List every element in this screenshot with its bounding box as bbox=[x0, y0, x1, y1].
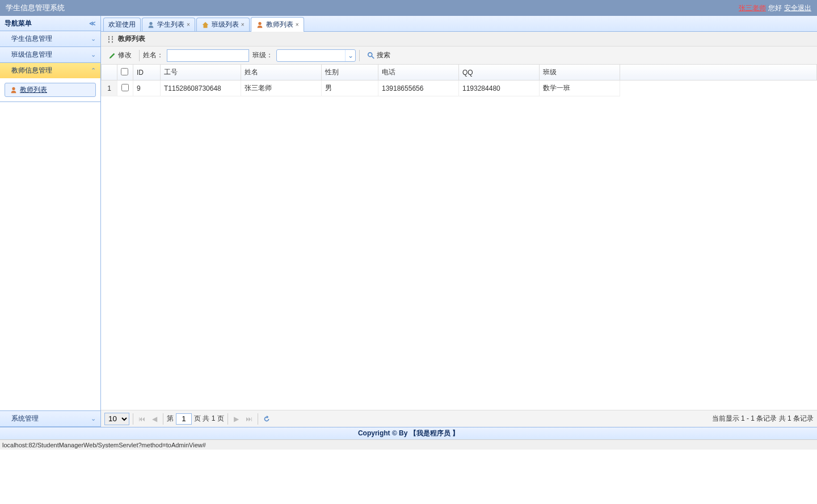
sidebar-header: 导航菜单 ≪ bbox=[0, 16, 100, 31]
first-page-button[interactable]: ⏮ bbox=[137, 414, 147, 424]
cell-sex: 男 bbox=[322, 81, 378, 96]
chevron-down-icon: ⌄ bbox=[91, 35, 96, 43]
next-page-button[interactable]: ▶ bbox=[231, 414, 242, 424]
svg-point-1 bbox=[149, 22, 152, 24]
search-button[interactable]: 搜索 bbox=[363, 48, 394, 62]
svg-line-4 bbox=[372, 56, 374, 58]
col-tel[interactable]: 电话 bbox=[378, 65, 459, 81]
collapse-icon[interactable]: ≪ bbox=[89, 20, 96, 27]
tab-label: 班级列表 bbox=[212, 20, 239, 29]
sidebar-group-teacher[interactable]: 教师信息管理 ⌃ 教师列表 bbox=[0, 63, 100, 102]
cell-tel: 13918655656 bbox=[378, 81, 459, 96]
header-right: 张三老师 您好 安全退出 bbox=[739, 3, 811, 13]
page-prefix: 第 bbox=[167, 414, 174, 423]
tab-welcome[interactable]: 欢迎使用 bbox=[103, 18, 141, 31]
col-spacer bbox=[620, 65, 817, 81]
status-url: localhost:82/StudentManagerWeb/SystemSer… bbox=[2, 442, 206, 448]
sidebar-group-label: 系统管理 bbox=[11, 414, 39, 423]
separator bbox=[163, 413, 163, 425]
col-qq[interactable]: QQ bbox=[459, 65, 540, 81]
close-icon[interactable]: × bbox=[241, 22, 245, 28]
tab-student-list[interactable]: 学生列表 × bbox=[142, 18, 195, 31]
col-sex[interactable]: 性别 bbox=[322, 65, 378, 81]
col-class[interactable]: 班级 bbox=[540, 65, 620, 81]
prev-page-button[interactable]: ◀ bbox=[149, 414, 159, 424]
col-sno[interactable]: 工号 bbox=[161, 65, 241, 81]
tabs-bar: 欢迎使用 学生列表 × 班级列表 × 教师列表 × bbox=[101, 16, 817, 32]
edit-button[interactable]: 修改 bbox=[104, 48, 136, 62]
table-container: ID 工号 姓名 性别 电话 QQ 班级 1 9 T bbox=[101, 65, 817, 410]
content: 欢迎使用 学生列表 × 班级列表 × 教师列表 × ⋮⋮ 教师列表 bbox=[101, 16, 817, 427]
edit-label: 修改 bbox=[118, 50, 132, 60]
refresh-button[interactable] bbox=[262, 414, 272, 424]
logout-link[interactable]: 安全退出 bbox=[784, 3, 811, 13]
chevron-down-icon[interactable]: ⌄ bbox=[345, 50, 355, 61]
cell-class: 数学一班 bbox=[540, 81, 620, 96]
close-icon[interactable]: × bbox=[187, 22, 190, 28]
col-check-all[interactable] bbox=[117, 65, 133, 81]
svg-point-3 bbox=[368, 52, 372, 56]
col-rownum bbox=[102, 65, 117, 81]
cell-check[interactable] bbox=[117, 81, 133, 96]
cell-name: 张三老师 bbox=[241, 81, 322, 96]
tab-teacher-list[interactable]: 教师列表 × bbox=[251, 17, 304, 32]
table-header-row: ID 工号 姓名 性别 电话 QQ 班级 bbox=[102, 65, 817, 81]
col-name[interactable]: 姓名 bbox=[241, 65, 322, 81]
chevron-down-icon: ⌄ bbox=[91, 415, 96, 422]
nav-link-teacher-list[interactable]: 教师列表 bbox=[5, 83, 96, 97]
chevron-up-icon: ⌃ bbox=[91, 67, 96, 74]
checkbox-row[interactable] bbox=[121, 84, 129, 91]
page-suffix: 页 共 1 页 bbox=[194, 414, 224, 423]
app-header: 学生信息管理系统 张三老师 您好 安全退出 bbox=[0, 0, 817, 16]
user-icon bbox=[147, 21, 155, 29]
close-icon[interactable]: × bbox=[296, 22, 299, 28]
page-info: 当前显示 1 - 1 条记录 共 1 条记录 bbox=[712, 414, 814, 423]
name-input[interactable] bbox=[167, 49, 249, 62]
panel-title-bar: ⋮⋮ 教师列表 bbox=[101, 32, 817, 46]
tab-label: 学生列表 bbox=[157, 20, 184, 29]
greeting: 您好 bbox=[768, 3, 782, 13]
sidebar: 导航菜单 ≪ 学生信息管理 ⌄ 班级信息管理 ⌄ 教师信息管理 ⌃ bbox=[0, 16, 101, 427]
separator bbox=[258, 413, 258, 425]
search-icon bbox=[367, 52, 375, 60]
app-title: 学生信息管理系统 bbox=[6, 3, 65, 13]
class-label: 班级： bbox=[252, 50, 273, 60]
last-page-button[interactable]: ⏭ bbox=[244, 414, 254, 424]
separator bbox=[359, 50, 360, 61]
sidebar-title: 导航菜单 bbox=[5, 19, 32, 28]
table-row[interactable]: 1 9 T11528608730648 张三老师 男 13918655656 1… bbox=[102, 81, 817, 96]
panel-title: 教师列表 bbox=[118, 34, 145, 44]
search-label: 搜索 bbox=[377, 50, 390, 60]
checkbox-all[interactable] bbox=[121, 68, 128, 75]
sidebar-group-class[interactable]: 班级信息管理 ⌄ bbox=[0, 47, 100, 63]
separator bbox=[133, 413, 133, 425]
cell-id: 9 bbox=[133, 81, 161, 96]
copyright: Copyright © By 【我是程序员 】 bbox=[358, 429, 459, 438]
grip-icon: ⋮⋮ bbox=[106, 35, 112, 43]
tab-class-list[interactable]: 班级列表 × bbox=[196, 18, 250, 31]
sidebar-group-label: 班级信息管理 bbox=[11, 50, 52, 60]
footer: Copyright © By 【我是程序员 】 https://blog.csd… bbox=[0, 427, 817, 439]
current-user[interactable]: 张三老师 bbox=[739, 3, 766, 13]
class-combo[interactable]: ⌄ bbox=[276, 49, 356, 62]
sidebar-spacer bbox=[0, 102, 100, 411]
sidebar-group-system[interactable]: 系统管理 ⌄ bbox=[0, 411, 100, 427]
sidebar-group-student[interactable]: 学生信息管理 ⌄ bbox=[0, 31, 100, 47]
cell-rownum: 1 bbox=[102, 81, 117, 96]
pagination: 10 ⏮ ◀ 第 页 共 1 页 ▶ ⏭ 当前显示 1 - 1 条记录 共 1 … bbox=[101, 410, 817, 427]
page-size-select[interactable]: 10 bbox=[104, 413, 129, 425]
col-id[interactable]: ID bbox=[133, 65, 161, 81]
data-table: ID 工号 姓名 性别 电话 QQ 班级 1 9 T bbox=[101, 65, 817, 96]
toolbar: 修改 姓名： 班级： ⌄ 搜索 bbox=[101, 46, 817, 65]
cell-spacer bbox=[620, 81, 817, 96]
separator bbox=[139, 50, 140, 61]
nav-link-label: 教师列表 bbox=[20, 85, 47, 95]
page-input[interactable] bbox=[176, 413, 192, 425]
sidebar-group-label: 学生信息管理 bbox=[11, 34, 52, 44]
name-label: 姓名： bbox=[143, 50, 163, 60]
main-layout: 导航菜单 ≪ 学生信息管理 ⌄ 班级信息管理 ⌄ 教师信息管理 ⌃ bbox=[0, 16, 817, 427]
separator bbox=[228, 413, 228, 425]
svg-point-0 bbox=[12, 87, 15, 90]
sidebar-group-label: 教师信息管理 bbox=[11, 66, 52, 75]
pencil-icon bbox=[108, 52, 116, 60]
